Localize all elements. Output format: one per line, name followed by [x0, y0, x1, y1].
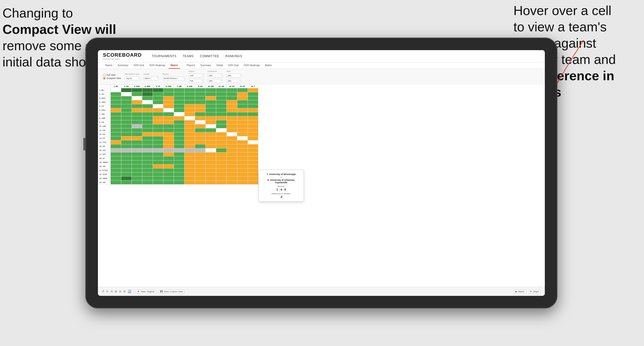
- share-btn-wrapper[interactable]: ⬆ Share: [528, 290, 541, 294]
- matrix-cell[interactable]: [195, 112, 206, 116]
- matrix-cell[interactable]: [195, 132, 206, 136]
- matrix-cell[interactable]: [206, 172, 216, 177]
- matrix-cell[interactable]: [248, 132, 258, 136]
- matrix-cell[interactable]: [248, 128, 258, 132]
- matrix-cell[interactable]: [248, 100, 258, 104]
- radio-full-view[interactable]: Full View: [103, 74, 121, 76]
- matrix-cell[interactable]: [121, 168, 132, 172]
- matrix-cell[interactable]: [121, 144, 132, 148]
- matrix-cell[interactable]: [206, 168, 216, 172]
- matrix-cell[interactable]: [153, 152, 163, 156]
- matrix-cell[interactable]: [163, 140, 174, 144]
- matrix-cell[interactable]: [174, 144, 185, 148]
- tab-matrix-1[interactable]: Matrix: [168, 62, 180, 69]
- matrix-cell[interactable]: [216, 156, 227, 160]
- matrix-cell[interactable]: [111, 124, 121, 128]
- filter-gender-select[interactable]: Men's: [144, 76, 159, 80]
- matrix-cell[interactable]: [248, 160, 258, 164]
- matrix-cell[interactable]: [195, 128, 206, 132]
- matrix-container[interactable]: 1. AU 2. VU 3. ASU 4. UNC 5. UT 6. FSU 7…: [98, 84, 545, 240]
- redo-icon[interactable]: ↻: [106, 290, 108, 293]
- matrix-cell[interactable]: [142, 156, 153, 160]
- matrix-cell[interactable]: [195, 152, 206, 156]
- reset-icon[interactable]: ⟲: [110, 290, 113, 293]
- tab-h2h-heatmap-2[interactable]: H2H Heatmap: [242, 62, 262, 69]
- matrix-cell[interactable]: [174, 88, 185, 92]
- matrix-cell[interactable]: [237, 164, 248, 168]
- filter-conf-select1[interactable]: (All): [208, 74, 223, 77]
- matrix-cell[interactable]: [195, 177, 206, 181]
- matrix-cell[interactable]: [153, 88, 163, 92]
- matrix-cell[interactable]: [111, 160, 121, 164]
- matrix-cell[interactable]: [206, 128, 216, 132]
- matrix-cell[interactable]: [163, 156, 174, 160]
- matrix-cell[interactable]: [237, 108, 248, 112]
- matrix-cell[interactable]: [174, 156, 185, 160]
- matrix-cell[interactable]: [216, 132, 227, 136]
- matrix-cell[interactable]: [132, 140, 142, 144]
- matrix-cell[interactable]: [153, 116, 163, 120]
- matrix-cell[interactable]: [216, 108, 227, 112]
- tab-detail[interactable]: Detail: [214, 62, 225, 69]
- matrix-cell[interactable]: [111, 172, 121, 177]
- matrix-cell[interactable]: [216, 124, 227, 128]
- matrix-cell[interactable]: [153, 96, 163, 100]
- matrix-cell[interactable]: [206, 124, 216, 128]
- matrix-cell[interactable]: [121, 116, 132, 120]
- matrix-cell[interactable]: [237, 96, 248, 100]
- matrix-cell[interactable]: [227, 136, 237, 140]
- matrix-cell[interactable]: [227, 112, 237, 116]
- matrix-cell[interactable]: [153, 124, 163, 128]
- matrix-cell[interactable]: [227, 160, 237, 164]
- matrix-cell[interactable]: [248, 152, 258, 156]
- tab-summary-2[interactable]: Summary: [198, 62, 213, 69]
- matrix-cell[interactable]: [206, 116, 216, 120]
- nav-committee[interactable]: COMMITTEE: [200, 53, 219, 59]
- matrix-cell[interactable]: [216, 128, 227, 132]
- matrix-cell[interactable]: [111, 116, 121, 120]
- matrix-cell[interactable]: [111, 132, 121, 136]
- matrix-cell[interactable]: [248, 104, 258, 108]
- matrix-cell[interactable]: [248, 124, 258, 128]
- matrix-cell[interactable]: [163, 96, 174, 100]
- matrix-cell[interactable]: [195, 172, 206, 177]
- matrix-cell[interactable]: [227, 104, 237, 108]
- matrix-cell[interactable]: [111, 168, 121, 172]
- matrix-cell[interactable]: [163, 168, 174, 172]
- matrix-cell[interactable]: [248, 168, 258, 172]
- matrix-cell[interactable]: [132, 144, 142, 148]
- watch-btn[interactable]: ▶ Watch: [514, 290, 526, 294]
- matrix-cell[interactable]: [174, 160, 185, 164]
- matrix-cell[interactable]: [216, 112, 227, 116]
- matrix-cell[interactable]: [237, 120, 248, 124]
- matrix-cell[interactable]: [132, 108, 142, 112]
- nav-rankings[interactable]: RANKINGS: [225, 53, 242, 59]
- matrix-cell[interactable]: [195, 168, 206, 172]
- refresh-icon[interactable]: 🔄: [128, 290, 131, 293]
- tab-h2h-grid-2[interactable]: H2H Grid: [226, 62, 241, 69]
- matrix-cell[interactable]: [111, 112, 121, 116]
- matrix-cell[interactable]: [111, 120, 121, 124]
- matrix-cell[interactable]: [132, 96, 142, 100]
- matrix-cell[interactable]: [216, 92, 227, 96]
- matrix-cell[interactable]: [237, 152, 248, 156]
- matrix-cell[interactable]: [142, 177, 153, 181]
- matrix-cell[interactable]: [185, 100, 195, 104]
- matrix-cell[interactable]: [206, 132, 216, 136]
- matrix-cell[interactable]: [185, 120, 195, 124]
- matrix-cell[interactable]: [163, 148, 174, 152]
- matrix-cell[interactable]: [132, 160, 142, 164]
- matrix-cell[interactable]: [237, 104, 248, 108]
- matrix-cell[interactable]: [227, 144, 237, 148]
- filter-max-teams-select-wrapper[interactable]: Top 50: [125, 75, 140, 80]
- matrix-cell[interactable]: [142, 168, 153, 172]
- matrix-cell[interactable]: [142, 160, 153, 164]
- matrix-cell[interactable]: [111, 181, 121, 185]
- matrix-cell[interactable]: [195, 116, 206, 120]
- matrix-cell[interactable]: [174, 172, 185, 177]
- matrix-cell[interactable]: [142, 152, 153, 156]
- nav-tournaments[interactable]: TOURNAMENTS: [152, 53, 176, 59]
- matrix-cell[interactable]: [111, 177, 121, 181]
- matrix-cell[interactable]: [216, 88, 227, 92]
- matrix-cell[interactable]: [174, 100, 185, 104]
